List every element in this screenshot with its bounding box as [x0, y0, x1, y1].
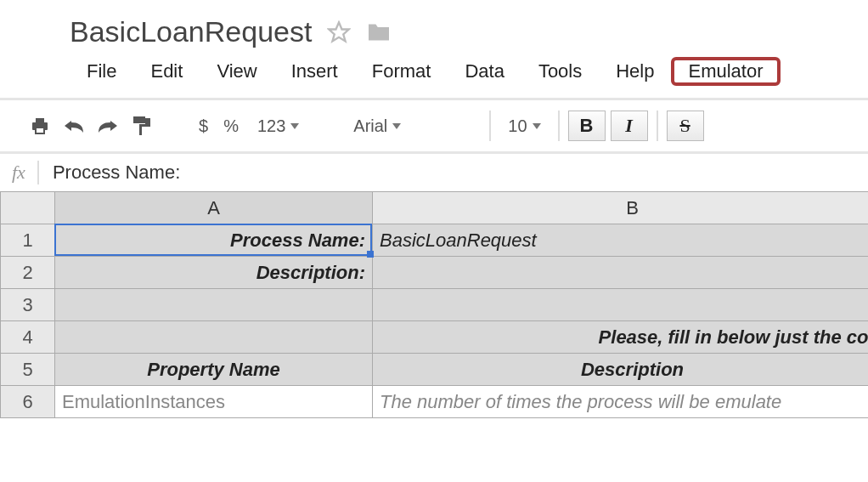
cell-b4[interactable]: Please, fill in below just the colu — [373, 321, 869, 354]
toolbar: $ % 123 Arial 10 B I S — [0, 100, 868, 154]
formula-input[interactable]: Process Name: — [53, 162, 180, 184]
menu-emulator[interactable]: Emulator — [671, 57, 780, 86]
svg-marker-0 — [330, 22, 349, 41]
cell-a5[interactable]: Property Name — [55, 354, 373, 386]
row-header-1[interactable]: 1 — [1, 224, 55, 257]
print-icon[interactable] — [25, 111, 54, 140]
formula-bar: fx Process Name: — [0, 154, 868, 191]
fx-label: fx — [8, 162, 37, 184]
menu-edit[interactable]: Edit — [133, 57, 200, 86]
format-number-dropdown[interactable]: 123 — [249, 116, 307, 136]
cell-a4[interactable] — [55, 321, 373, 354]
menu-data[interactable]: Data — [448, 57, 521, 86]
cell-b2[interactable] — [373, 257, 869, 289]
bold-button[interactable]: B — [568, 111, 606, 141]
cell-b3[interactable] — [373, 289, 869, 321]
row-header-2[interactable]: 2 — [1, 257, 55, 289]
menu-tools[interactable]: Tools — [521, 57, 599, 86]
spreadsheet-grid[interactable]: A B 1 Process Name: BasicLoanRequest 2 D… — [0, 191, 868, 418]
undo-icon[interactable] — [59, 111, 88, 140]
column-header-b[interactable]: B — [373, 192, 869, 224]
cell-b5[interactable]: Description — [373, 354, 869, 386]
menu-insert[interactable]: Insert — [274, 57, 355, 86]
star-icon[interactable] — [327, 20, 351, 44]
svg-rect-2 — [36, 118, 44, 122]
cell-a3[interactable] — [55, 289, 373, 321]
menu-bar: File Edit View Insert Format Data Tools … — [0, 48, 868, 98]
cell-a6[interactable]: EmulationInstances — [55, 386, 373, 418]
folder-icon[interactable] — [366, 22, 392, 43]
cell-b6[interactable]: The number of times the process will be … — [373, 386, 869, 418]
italic-button[interactable]: I — [611, 111, 648, 141]
svg-rect-3 — [36, 128, 44, 133]
chevron-down-icon — [533, 123, 541, 129]
cell-a1[interactable]: Process Name: — [55, 224, 373, 257]
format-number-label: 123 — [257, 116, 285, 136]
row-header-3[interactable]: 3 — [1, 289, 55, 321]
menu-file[interactable]: File — [70, 57, 133, 86]
strikethrough-button[interactable]: S — [667, 111, 704, 141]
select-all-corner[interactable] — [1, 192, 55, 224]
chevron-down-icon — [290, 123, 299, 129]
document-title[interactable]: BasicLoanRequest — [70, 15, 312, 48]
svg-rect-4 — [133, 116, 145, 123]
format-percent-button[interactable]: % — [218, 116, 244, 136]
menu-format[interactable]: Format — [355, 57, 448, 86]
menu-view[interactable]: View — [200, 57, 273, 86]
redo-icon[interactable] — [93, 111, 122, 140]
row-header-4[interactable]: 4 — [1, 321, 55, 354]
column-header-a[interactable]: A — [55, 192, 373, 224]
cell-b1[interactable]: BasicLoanRequest — [373, 224, 869, 257]
menu-help[interactable]: Help — [599, 57, 671, 86]
font-family-label: Arial — [353, 116, 387, 136]
font-size-dropdown[interactable]: 10 — [499, 116, 549, 136]
chevron-down-icon — [392, 123, 401, 129]
font-size-label: 10 — [508, 116, 527, 136]
font-family-dropdown[interactable]: Arial — [345, 116, 481, 136]
row-header-6[interactable]: 6 — [1, 386, 55, 418]
row-header-5[interactable]: 5 — [1, 354, 55, 386]
cell-a2[interactable]: Description: — [55, 257, 373, 289]
format-currency-button[interactable]: $ — [194, 116, 213, 136]
paint-format-icon[interactable] — [127, 111, 156, 140]
